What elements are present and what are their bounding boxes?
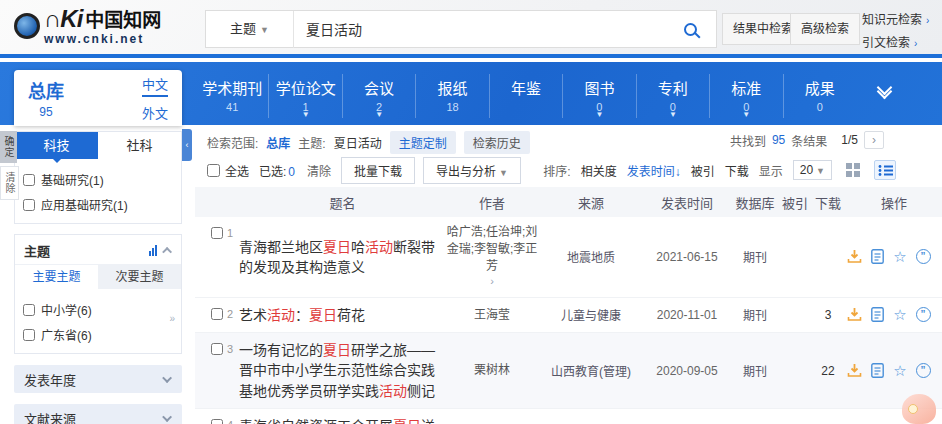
nav-item-5[interactable]: 图书0▼ <box>562 74 635 118</box>
search-input[interactable] <box>294 21 664 37</box>
logo-url: www.cnki.net <box>44 33 161 45</box>
nav-item-4[interactable]: 年鉴 <box>489 74 562 118</box>
scope-value[interactable]: 总库 <box>266 134 290 151</box>
topic-tab-0[interactable]: 主要主题 <box>15 265 98 289</box>
topic-filter-1[interactable]: 广东省(6) <box>23 322 173 347</box>
topic-filter-label: 广东省(6) <box>41 326 92 343</box>
bar-chart-icon[interactable] <box>149 245 157 256</box>
topic-tab-1[interactable]: 次要主题 <box>98 265 181 289</box>
checkbox[interactable] <box>23 329 35 341</box>
nav-item-6[interactable]: 专利0▼ <box>636 74 709 118</box>
nav-expand-button[interactable] <box>879 82 890 97</box>
mascot-graphic[interactable] <box>896 388 936 424</box>
filter-section-0[interactable]: 发表年度 <box>14 365 182 393</box>
author-cell[interactable]: 王海莹 <box>446 307 538 324</box>
clear-selection-button[interactable]: 清除 <box>307 162 331 179</box>
source-link[interactable]: 地震地质 <box>538 248 644 265</box>
nav-item-8[interactable]: 成果0 <box>783 74 856 118</box>
grid-view-button[interactable] <box>842 160 864 180</box>
favorite-icon[interactable]: ☆ <box>892 249 908 265</box>
cite-icon[interactable]: ” <box>915 363 931 379</box>
title-text: 荷花 <box>337 307 365 323</box>
collapsed-filter-sections: 发表年度文献来源学科 <box>14 365 182 424</box>
side-button-1[interactable]: 清除 <box>0 166 19 200</box>
total-db-box[interactable]: 总库 95 中文 外文 <box>14 70 182 126</box>
download-icon[interactable] <box>846 249 862 265</box>
cite-icon[interactable]: ” <box>915 249 931 265</box>
category-tab-1[interactable]: 社科 <box>98 132 181 159</box>
lang-foreign-link[interactable]: 外文 <box>142 103 168 122</box>
sort-options: 相关度发表时间↓被引下载 <box>581 162 749 179</box>
select-all-checkbox[interactable] <box>207 164 220 177</box>
export-analyze-button[interactable]: 导出与分析▼ <box>423 157 521 184</box>
display-label: 显示 <box>759 162 783 179</box>
category-filter-0[interactable]: 基础研究(1) <box>23 167 173 192</box>
favorite-icon[interactable]: ☆ <box>892 363 908 379</box>
sort-option-0[interactable]: 相关度 <box>581 162 617 179</box>
nav-item-1[interactable]: 学位论文1▼ <box>268 74 341 118</box>
result-title-link[interactable]: 青海都兰地区夏日哈活动断裂带的发现及其构造意义 <box>239 237 446 278</box>
row-checkbox[interactable] <box>211 227 223 239</box>
checkbox[interactable] <box>23 174 35 186</box>
expand-authors-icon[interactable]: › <box>446 274 538 289</box>
nav-item-3[interactable]: 报纸18 <box>415 74 488 118</box>
topic-filter-0[interactable]: 中小学(6) <box>23 297 173 322</box>
author-cell[interactable]: 栗树林 <box>446 362 538 379</box>
title-text: 青海省自然资源工会开展 <box>239 418 393 424</box>
next-page-button[interactable]: › <box>864 131 884 149</box>
category-tabs: 科技社科 <box>15 132 181 159</box>
chevron-down-icon: ▼ <box>260 25 269 35</box>
sort-option-3[interactable]: 下载 <box>725 162 749 179</box>
list-view-button[interactable] <box>874 160 896 180</box>
cite-icon[interactable]: ” <box>915 307 931 323</box>
download-icon[interactable] <box>846 307 862 323</box>
more-filters-icon[interactable]: » <box>169 313 175 324</box>
nav-item-7[interactable]: 标准0▼ <box>709 74 782 118</box>
result-title-link[interactable]: 一场有记忆的夏日研学之旅——晋中市中小学生示范性综合实践基地优秀学员研学实践活动… <box>239 340 446 401</box>
checkbox[interactable] <box>23 199 35 211</box>
search-field-select[interactable]: 主题▼ <box>206 11 294 48</box>
selected-counter: 已选:0 <box>259 162 297 179</box>
search-button[interactable] <box>664 11 716 47</box>
read-icon[interactable] <box>869 249 885 265</box>
sort-option-2[interactable]: 被引 <box>691 162 715 179</box>
nav-item-2[interactable]: 会议2▼ <box>342 74 415 118</box>
category-filter-1[interactable]: 应用基础研究(1) <box>23 192 173 217</box>
row-checkbox[interactable] <box>211 308 223 320</box>
result-title-link[interactable]: 艺术活动：夏日荷花 <box>239 305 446 325</box>
header-link-1[interactable]: 引文检索› <box>862 33 929 50</box>
read-icon[interactable] <box>869 307 885 323</box>
source-link[interactable]: 山西教育(管理) <box>538 362 644 379</box>
batch-download-button[interactable]: 批量下载 <box>341 157 415 184</box>
sidebar-collapse-button[interactable]: ‹ <box>182 129 192 161</box>
result-title-link[interactable]: 青海省自然资源工会开展夏日送清凉活动 <box>239 416 446 424</box>
side-button-0[interactable]: 确定 <box>0 131 17 163</box>
download-icon[interactable] <box>846 363 862 379</box>
select-all-label[interactable]: 全选 <box>225 162 249 179</box>
page-size-select[interactable]: 20▼ <box>793 160 832 180</box>
nav-item-0[interactable]: 学术期刊41 <box>196 74 268 118</box>
filter-section-1[interactable]: 文献来源 <box>14 404 182 424</box>
author-cell[interactable]: 哈广浩;任治坤;刘金瑞;李智敏;李正芳› <box>446 224 538 290</box>
read-icon[interactable] <box>869 363 885 379</box>
lang-chinese-link[interactable]: 中文 <box>142 74 168 97</box>
category-tab-0[interactable]: 科技 <box>15 132 98 159</box>
scope-chips: 主题定制检索历史 <box>390 131 530 154</box>
chevron-down-icon: ▼ <box>563 113 635 117</box>
cnki-logo[interactable]: ∩Ki 中国知网 www.cnki.net <box>14 7 161 45</box>
sort-option-1[interactable]: 发表时间↓ <box>627 162 681 179</box>
selected-count: 0 <box>288 165 295 179</box>
cite-glyph: ” <box>916 363 931 378</box>
header-link-0[interactable]: 知识元检索› <box>862 10 929 27</box>
row-select: 2 <box>195 308 239 320</box>
scope-chip-0[interactable]: 主题定制 <box>390 131 456 154</box>
source-link[interactable]: 儿童与健康 <box>538 306 644 323</box>
scope-chip-1[interactable]: 检索历史 <box>464 131 530 154</box>
checkbox[interactable] <box>23 304 35 316</box>
row-checkbox[interactable] <box>211 419 223 424</box>
chevron-up-icon[interactable] <box>162 247 172 257</box>
row-checkbox[interactable] <box>211 343 223 355</box>
favorite-icon[interactable]: ☆ <box>892 307 908 323</box>
advanced-search-button[interactable]: 高级检索 <box>790 13 860 45</box>
nav-item-label: 专利 <box>637 77 709 98</box>
